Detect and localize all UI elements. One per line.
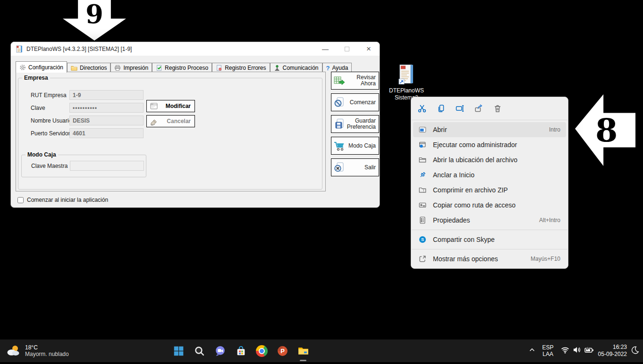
cut-icon <box>417 104 427 113</box>
annotation-number-8: 8 <box>595 111 618 149</box>
comenzar-label: Comenzar <box>347 99 376 106</box>
tray-date: 05-09-2022 <box>598 351 627 358</box>
tab-label: Configuración <box>28 64 63 71</box>
volume-button[interactable] <box>572 345 582 356</box>
menu-item-ejecutar-admin[interactable]: Ejecutar como administrador <box>413 137 566 152</box>
menu-separator <box>412 249 567 249</box>
tab-ayuda[interactable]: ? Ayuda <box>322 63 352 73</box>
window-title: DTEPlanoWS [v4.3.2.3] [SISTEMA2] [1-9] <box>26 46 132 52</box>
comenzar-button[interactable]: Comenzar <box>331 93 379 111</box>
minimize-button[interactable]: — <box>314 42 336 56</box>
delete-button[interactable] <box>488 101 507 116</box>
menu-item-label: Propiedades <box>433 216 539 224</box>
menu-item-label: Comprimir en archivo ZIP <box>433 186 560 194</box>
menu-item-abrir-ubicacion[interactable]: Abrir la ubicación del archivo <box>413 152 566 167</box>
tab-comunicacion[interactable]: Comunicación <box>270 63 322 73</box>
menu-item-label: Anclar a Inicio <box>433 171 560 179</box>
modo-caja-button[interactable]: Modo Caja <box>331 137 379 155</box>
rut-empresa-label: RUT Empresa <box>31 92 67 99</box>
start-button[interactable] <box>170 342 187 359</box>
close-button[interactable]: × <box>358 42 380 56</box>
nombre-usuario-label: Nombre Usuario <box>31 117 72 124</box>
salir-button[interactable]: Salir <box>331 158 379 176</box>
tray-time: 16:23 <box>598 344 627 351</box>
battery-charging-icon <box>584 345 594 355</box>
skype-icon: S <box>418 235 427 244</box>
tab-label: Registro Proceso <box>165 65 208 71</box>
network-icon <box>274 65 280 71</box>
maximize-button[interactable] <box>336 42 358 56</box>
language-code: ESP <box>542 344 554 351</box>
clave-maestra-label: Clave Maestra <box>31 163 68 169</box>
windows-logo-icon <box>173 345 185 357</box>
menu-item-comprimir-zip[interactable]: Comprimir en archivo ZIP <box>413 182 566 198</box>
chrome-button[interactable] <box>253 342 270 359</box>
printer-icon <box>114 65 121 71</box>
tray-overflow-button[interactable] <box>528 346 536 356</box>
focus-assist-button[interactable] <box>631 346 639 356</box>
menu-item-label: Abrir la ubicación del archivo <box>433 156 560 164</box>
menu-item-shortcut: Mayús+F10 <box>531 256 560 262</box>
desktop: 9 8 DTEPlanoWS [v4.3.2.3] [SISTEMA2] [1-… <box>0 0 643 364</box>
desktop-shortcut-dteplanows[interactable]: DTEPlanoWS Sistema2 <box>384 64 429 101</box>
revisar-ahora-button[interactable]: Revisar Ahora <box>331 72 379 90</box>
copy-button[interactable] <box>431 101 450 116</box>
file-explorer-button[interactable] <box>295 342 312 359</box>
microsoft-store-button[interactable] <box>232 342 249 359</box>
startup-checkbox[interactable] <box>17 197 24 203</box>
rut-empresa-field[interactable] <box>69 90 144 100</box>
tab-strip: Configuración Directorios Impresión Regi… <box>16 61 352 73</box>
puerto-servidor-field[interactable] <box>69 128 144 138</box>
tab-registro-errores[interactable]: Registro Errores <box>212 63 270 73</box>
context-menu-action-bar <box>411 99 568 118</box>
search-button[interactable] <box>191 342 208 359</box>
wifi-button[interactable] <box>560 345 570 356</box>
weather-widget[interactable]: 18°C Mayorm. nublado <box>6 339 69 362</box>
menu-item-abrir[interactable]: Abrir Intro <box>413 122 566 137</box>
titlebar[interactable]: DTEPlanoWS [v4.3.2.3] [SISTEMA2] [1-9] —… <box>11 42 380 56</box>
menu-item-label: Ejecutar como administrador <box>433 141 560 149</box>
guardar-preferencia-button[interactable]: Guardar Preferencia <box>331 115 379 133</box>
exit-icon <box>333 161 346 174</box>
clave-field[interactable] <box>69 103 144 113</box>
menu-item-propiedades[interactable]: Propiedades Alt+Intro <box>413 213 566 228</box>
menu-item-label: Compartir con Skype <box>433 236 560 243</box>
tab-registro-proceso[interactable]: Registro Proceso <box>152 63 212 73</box>
nombre-usuario-field[interactable] <box>69 116 144 125</box>
menu-item-shortcut: Intro <box>549 126 560 133</box>
share-icon <box>474 104 483 113</box>
tab-configuracion[interactable]: Configuración <box>16 61 67 73</box>
gear-icon <box>19 64 26 71</box>
tab-impresion[interactable]: Impresión <box>110 63 152 73</box>
shortcut-label-line1: DTEPlanoWS <box>384 87 429 94</box>
startup-checkbox-label: Comenzar al iniciar la aplicación <box>27 197 108 203</box>
svg-text:S: S <box>421 237 424 242</box>
modo-caja-label: Modo Caja <box>347 143 376 149</box>
clock-widget[interactable]: 16:23 05-09-2022 <box>598 344 627 358</box>
tab-label: Comunicación <box>283 65 319 71</box>
battery-button[interactable] <box>584 345 594 356</box>
clave-maestra-field[interactable] <box>70 161 144 171</box>
powerpoint-button[interactable]: P <box>274 342 291 359</box>
menu-item-copiar-ruta[interactable]: Copiar como ruta de acceso <box>413 198 566 213</box>
chrome-icon <box>256 345 268 357</box>
cut-button[interactable] <box>413 101 431 116</box>
language-indicator[interactable]: ESP LAA <box>542 344 554 357</box>
guardar-preferencia-label: Guardar Preferencia <box>347 118 376 130</box>
tab-directorios[interactable]: Directorios <box>67 63 110 73</box>
share-button[interactable] <box>469 101 488 116</box>
menu-item-mostrar-mas[interactable]: Mostrar más opciones Mayús+F10 <box>413 251 566 266</box>
menu-item-compartir-skype[interactable]: S Compartir con Skype <box>413 232 566 247</box>
cancelar-button[interactable]: Cancelar <box>146 115 195 127</box>
chevron-up-icon <box>528 346 536 354</box>
weather-temperature: 18°C <box>25 344 69 351</box>
menu-item-anclar-inicio[interactable]: Anclar a Inicio <box>413 167 566 182</box>
revisar-ahora-label: Revisar Ahora <box>347 74 376 87</box>
copy-path-icon <box>418 201 427 209</box>
modificar-button[interactable]: Modificar <box>146 100 195 112</box>
configuracion-panel: Empresa RUT Empresa Clave Nombre Usuario… <box>16 72 326 191</box>
rename-button[interactable] <box>450 101 469 116</box>
teams-chat-button[interactable] <box>212 342 228 359</box>
menu-item-label: Copiar como ruta de acceso <box>433 201 560 209</box>
trash-icon <box>493 104 502 113</box>
